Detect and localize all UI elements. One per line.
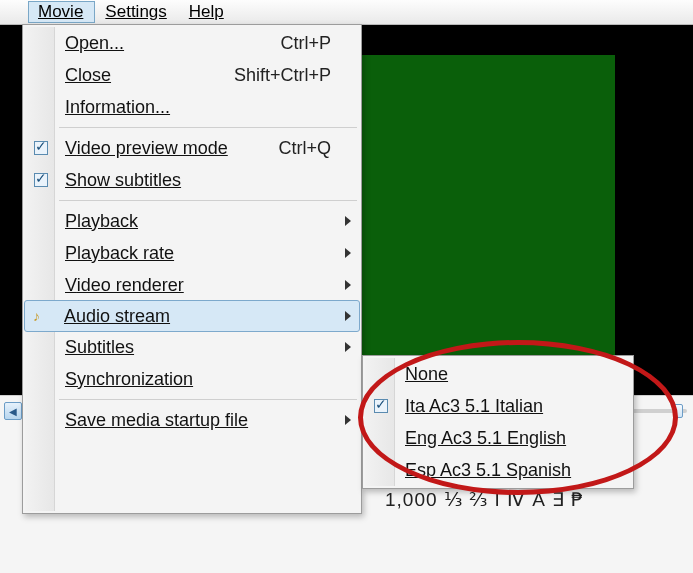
menu-item-subtitles[interactable]: Subtitles xyxy=(25,331,359,363)
menubar-item-movie[interactable]: Movie xyxy=(28,1,95,23)
menu-item-save-media-startup-file[interactable]: Save media startup file xyxy=(25,404,359,436)
seek-thumb[interactable] xyxy=(673,404,683,418)
menu-separator xyxy=(59,200,357,201)
menubar-item-settings[interactable]: Settings xyxy=(95,1,178,23)
checkbox-icon xyxy=(34,173,48,187)
music-note-icon: ♪ xyxy=(33,308,40,324)
audio-option-spanish[interactable]: Esp Ac3 5.1 Spanish xyxy=(365,454,631,486)
chevron-right-icon xyxy=(345,280,351,290)
menu-item-audio-stream[interactable]: ♪ Audio stream xyxy=(24,300,360,332)
chevron-right-icon xyxy=(345,248,351,258)
movie-menu: Open... Ctrl+P Close Shift+Ctrl+P Inform… xyxy=(22,24,362,514)
chevron-right-icon xyxy=(345,342,351,352)
menu-item-playback[interactable]: Playback xyxy=(25,205,359,237)
menu-item-close[interactable]: Close Shift+Ctrl+P xyxy=(25,59,359,91)
seek-back-button[interactable]: ◀ xyxy=(4,402,22,420)
chevron-right-icon xyxy=(345,311,351,321)
menu-item-open[interactable]: Open... Ctrl+P xyxy=(25,27,359,59)
audio-stream-submenu: None Ita Ac3 5.1 Italian Eng Ac3 5.1 Eng… xyxy=(362,355,634,489)
menu-item-synchronization[interactable]: Synchronization xyxy=(25,363,359,395)
menu-item-information[interactable]: Information... xyxy=(25,91,359,123)
menu-separator xyxy=(59,127,357,128)
menu-item-playback-rate[interactable]: Playback rate xyxy=(25,237,359,269)
chevron-right-icon xyxy=(345,415,351,425)
menu-item-video-renderer[interactable]: Video renderer xyxy=(25,269,359,301)
menubar: Movie Settings Help xyxy=(0,0,693,25)
menubar-item-help[interactable]: Help xyxy=(179,1,236,23)
checkbox-icon xyxy=(374,399,388,413)
chevron-right-icon xyxy=(345,216,351,226)
status-line: 1,000 ⅓ ⅔ I Ⅳ Å ∃ ₱ xyxy=(385,488,584,511)
checkbox-icon xyxy=(34,141,48,155)
menu-separator xyxy=(59,399,357,400)
audio-option-english[interactable]: Eng Ac3 5.1 English xyxy=(365,422,631,454)
audio-option-italian[interactable]: Ita Ac3 5.1 Italian xyxy=(365,390,631,422)
menu-item-show-subtitles[interactable]: Show subtitles xyxy=(25,164,359,196)
audio-option-none[interactable]: None xyxy=(365,358,631,390)
menu-item-video-preview-mode[interactable]: Video preview mode Ctrl+Q xyxy=(25,132,359,164)
